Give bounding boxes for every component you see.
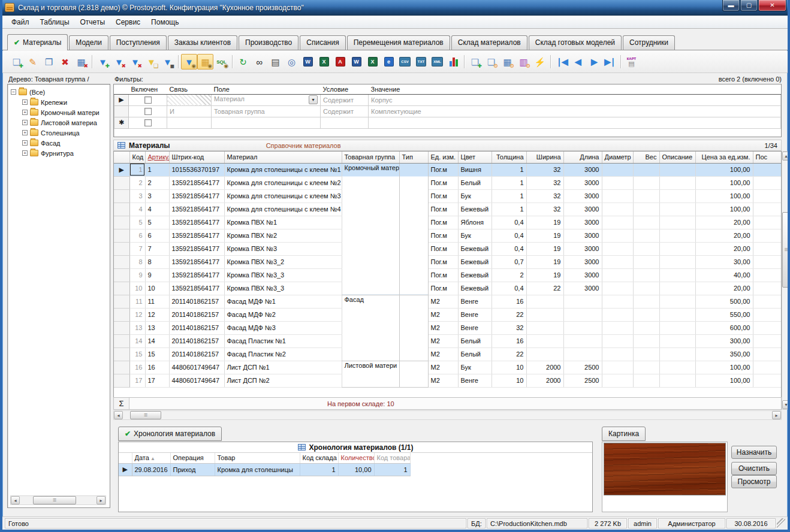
filter-row[interactable]: ИТоварная группаСодержитКомплектующие bbox=[114, 105, 781, 117]
cell-barcode[interactable]: 2011401862157 bbox=[169, 308, 224, 321]
tree-node-root[interactable]: −(Все) bbox=[8, 87, 110, 97]
scroll-down-icon[interactable]: ▾ bbox=[782, 400, 790, 409]
cell-thickness[interactable]: 22 bbox=[492, 347, 526, 361]
cell-extra[interactable] bbox=[753, 282, 782, 295]
row-selector[interactable]: ▶ bbox=[114, 163, 129, 176]
column-header-Диаметр[interactable]: Диаметр bbox=[602, 152, 633, 163]
cell-weight[interactable] bbox=[633, 163, 659, 176]
chronology-column-header-Операция[interactable]: Операция bbox=[170, 453, 215, 463]
cell-width[interactable] bbox=[526, 308, 563, 321]
cell-article[interactable]: 12 bbox=[145, 308, 169, 321]
cell-thickness[interactable]: 2 bbox=[492, 268, 526, 282]
cell-color[interactable]: Белый bbox=[458, 176, 492, 189]
close-button[interactable]: ✕ bbox=[758, 0, 786, 11]
cell-code[interactable]: 13 bbox=[129, 321, 145, 334]
sql-panel-toggle-button[interactable]: SQL◉ bbox=[213, 54, 230, 69]
cell-unit[interactable]: Пог.м bbox=[428, 176, 458, 189]
cell-article[interactable]: 9 bbox=[145, 268, 169, 282]
cell-diameter[interactable] bbox=[602, 295, 633, 308]
tab-Склад готовых моделей[interactable]: Склад готовых моделей bbox=[529, 35, 622, 50]
cell-price[interactable]: 500,00 bbox=[695, 295, 753, 308]
cell-type[interactable] bbox=[399, 295, 428, 361]
cell-price[interactable]: 100,00 bbox=[695, 361, 753, 374]
cell-article[interactable]: 5 bbox=[145, 216, 169, 229]
cell-code[interactable]: 4 bbox=[129, 202, 145, 216]
cell-extra[interactable] bbox=[753, 216, 782, 229]
row-selector[interactable] bbox=[114, 308, 129, 321]
cell-code[interactable]: 10 bbox=[129, 282, 145, 295]
cell-material[interactable]: Кромка ПВХ №3_3 bbox=[224, 282, 342, 295]
cell-length[interactable] bbox=[563, 347, 602, 361]
cell-diameter[interactable] bbox=[602, 321, 633, 334]
row-selector[interactable] bbox=[114, 229, 129, 242]
cell-article[interactable]: 13 bbox=[145, 321, 169, 334]
expand-icon[interactable]: + bbox=[22, 110, 28, 115]
cell-diameter[interactable] bbox=[602, 176, 633, 189]
expand-icon[interactable]: + bbox=[22, 130, 28, 135]
cell-description[interactable] bbox=[659, 202, 695, 216]
copy-record-button[interactable]: ❐ bbox=[41, 54, 57, 69]
export-excel-button[interactable]: X bbox=[316, 54, 332, 69]
cell-width[interactable]: 19 bbox=[526, 255, 563, 268]
cell-width[interactable] bbox=[526, 295, 563, 308]
row-selector[interactable] bbox=[114, 242, 129, 255]
cell-length[interactable]: 2500 bbox=[563, 361, 602, 374]
filter-condition-cell[interactable]: Содержит bbox=[321, 94, 369, 105]
cell-description[interactable] bbox=[659, 163, 695, 176]
checkbox-icon[interactable] bbox=[144, 96, 152, 104]
filter-value-cell[interactable] bbox=[369, 117, 781, 128]
cell-length[interactable]: 3000 bbox=[563, 255, 602, 268]
cell-unit[interactable]: Пог.м bbox=[428, 216, 458, 229]
cell-price[interactable]: 100,00 bbox=[695, 374, 753, 387]
cell-description[interactable] bbox=[659, 242, 695, 255]
filter-row[interactable]: ✱ bbox=[114, 117, 781, 128]
tree-node-Кромочный матери[interactable]: +Кромочный матери bbox=[8, 107, 110, 117]
cell-length[interactable] bbox=[563, 321, 602, 334]
cell-price[interactable]: 100,00 bbox=[695, 189, 753, 202]
cell-extra[interactable] bbox=[753, 268, 782, 282]
column-header-Ед. изм.[interactable]: Ед. изм. bbox=[428, 152, 458, 163]
cell-price[interactable]: 20,00 bbox=[695, 282, 753, 295]
cell-barcode[interactable]: 1359218564177 bbox=[169, 255, 224, 268]
cell-color[interactable]: Венге bbox=[458, 321, 492, 334]
export-xml-button[interactable]: XML bbox=[429, 54, 445, 69]
cell-width[interactable] bbox=[526, 334, 563, 347]
menu-item-Таблицы[interactable]: Таблицы bbox=[35, 16, 75, 28]
cell-description[interactable] bbox=[659, 321, 695, 334]
cell-code[interactable]: 15 bbox=[129, 347, 145, 361]
table-row[interactable]: 661359218564177Кромка ПВХ №2Пог.мБук0,41… bbox=[114, 229, 782, 242]
cell-width[interactable] bbox=[526, 321, 563, 334]
clear-table-button[interactable]: ▦✖ bbox=[73, 54, 89, 69]
refresh-button[interactable]: ↻ bbox=[235, 54, 251, 69]
table-row[interactable]: 12122011401862157Фасад МДФ №2М2Венге2255… bbox=[114, 308, 782, 321]
cell-code[interactable]: 8 bbox=[129, 255, 145, 268]
cell-extra[interactable] bbox=[753, 295, 782, 308]
cell-code[interactable]: 7 bbox=[129, 242, 145, 255]
cell-material[interactable]: Кромка ПВХ №2 bbox=[224, 229, 342, 242]
column-header-Цвет[interactable]: Цвет bbox=[458, 152, 492, 163]
cell-code[interactable]: 6 bbox=[129, 229, 145, 242]
filter-link-cell[interactable] bbox=[167, 117, 212, 128]
column-header-Пос[interactable]: Пос bbox=[753, 152, 782, 163]
cell-unit[interactable]: М2 bbox=[428, 295, 458, 308]
tree-panel-toggle-button[interactable]: ▦◉ bbox=[197, 54, 213, 69]
scroll-left-icon[interactable]: ◂ bbox=[114, 411, 123, 419]
table-row[interactable]: 13132011401862157Фасад МДФ №3М2Венге3260… bbox=[114, 321, 782, 334]
cell-extra[interactable] bbox=[753, 163, 782, 176]
column-header-Цена за ед.изм.[interactable]: Цена за ед.изм. bbox=[695, 152, 753, 163]
tab-Списания[interactable]: Списания bbox=[300, 35, 345, 50]
cell-price[interactable]: 350,00 bbox=[695, 347, 753, 361]
cell-description[interactable] bbox=[659, 295, 695, 308]
cell-diameter[interactable] bbox=[602, 229, 633, 242]
cell-code[interactable]: 11 bbox=[129, 295, 145, 308]
table-row[interactable]: 11112011401862157Фасад МДФ №1ФасадМ2Венг… bbox=[114, 295, 782, 308]
cell-price[interactable]: 100,00 bbox=[695, 176, 753, 189]
cell-barcode[interactable]: 2011401862157 bbox=[169, 347, 224, 361]
filter-link-cell[interactable] bbox=[167, 94, 212, 105]
table-row[interactable]: 14142011401862157Фасад Пластик №1М2Белый… bbox=[114, 334, 782, 347]
cell-description[interactable] bbox=[659, 255, 695, 268]
cell-extra[interactable] bbox=[753, 255, 782, 268]
cell-material[interactable]: Лист ДСП №2 bbox=[224, 374, 342, 387]
row-selector[interactable] bbox=[114, 202, 129, 216]
filter-clear-button[interactable]: ▼✖ bbox=[127, 54, 143, 69]
